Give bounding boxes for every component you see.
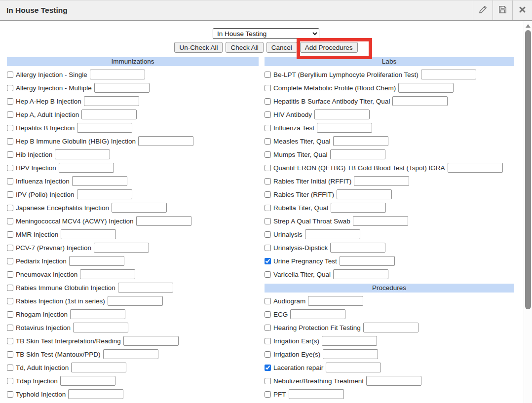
item-checkbox[interactable] xyxy=(7,365,13,371)
item-checkbox[interactable] xyxy=(265,378,271,384)
add-procedures-button[interactable]: Add Procedures xyxy=(300,42,358,53)
item-checkbox[interactable] xyxy=(7,125,13,131)
scrollbar-thumb[interactable] xyxy=(525,30,531,309)
item-checkbox[interactable] xyxy=(7,218,13,224)
item-value-input[interactable] xyxy=(333,269,388,279)
item-value-input[interactable] xyxy=(448,163,503,173)
item-value-input[interactable] xyxy=(70,309,125,319)
item-checkbox[interactable] xyxy=(7,258,13,264)
item-checkbox[interactable] xyxy=(7,165,13,171)
item-value-input[interactable] xyxy=(60,376,115,386)
item-value-input[interactable] xyxy=(392,96,448,106)
item-checkbox[interactable] xyxy=(265,125,271,131)
item-value-input[interactable] xyxy=(73,323,128,332)
item-checkbox[interactable] xyxy=(265,98,271,105)
item-checkbox[interactable] xyxy=(7,325,13,331)
item-value-input[interactable] xyxy=(330,149,385,159)
item-checkbox[interactable] xyxy=(7,191,13,198)
item-value-input[interactable] xyxy=(72,176,127,186)
item-checkbox[interactable] xyxy=(7,298,13,304)
item-checkbox[interactable] xyxy=(7,178,13,184)
item-value-input[interactable] xyxy=(331,203,386,213)
item-value-input[interactable] xyxy=(118,283,173,293)
edit-button[interactable] xyxy=(473,0,493,20)
item-value-input[interactable] xyxy=(340,256,395,266)
item-value-input[interactable] xyxy=(363,323,418,332)
item-checkbox[interactable] xyxy=(265,138,271,145)
item-checkbox[interactable] xyxy=(265,191,271,198)
item-value-input[interactable] xyxy=(59,163,114,173)
item-checkbox[interactable] xyxy=(7,98,13,105)
item-checkbox[interactable] xyxy=(265,231,271,238)
item-checkbox[interactable] xyxy=(7,231,13,238)
item-value-input[interactable] xyxy=(353,216,408,226)
item-checkbox[interactable] xyxy=(7,285,13,291)
item-value-input[interactable] xyxy=(112,203,167,213)
item-checkbox[interactable] xyxy=(7,245,13,251)
vertical-scrollbar[interactable] xyxy=(524,21,532,403)
item-value-input[interactable] xyxy=(68,389,123,399)
item-checkbox[interactable] xyxy=(7,111,13,118)
item-value-input[interactable] xyxy=(55,149,110,159)
item-value-input[interactable] xyxy=(80,269,135,279)
item-checkbox[interactable] xyxy=(265,85,271,91)
item-checkbox[interactable] xyxy=(265,72,271,78)
save-button[interactable] xyxy=(493,0,512,20)
item-checkbox[interactable] xyxy=(7,271,13,278)
item-checkbox[interactable] xyxy=(265,351,271,358)
item-value-input[interactable] xyxy=(138,136,193,146)
item-checkbox[interactable] xyxy=(265,311,271,318)
item-checkbox[interactable] xyxy=(265,165,271,171)
item-checkbox[interactable] xyxy=(265,338,271,344)
item-value-input[interactable] xyxy=(90,70,145,79)
item-checkbox[interactable] xyxy=(7,351,13,358)
item-checkbox[interactable] xyxy=(7,138,13,145)
item-checkbox[interactable] xyxy=(7,151,13,158)
item-value-input[interactable] xyxy=(84,96,139,106)
item-value-input[interactable] xyxy=(308,296,363,306)
item-checkbox[interactable] xyxy=(265,151,271,158)
item-checkbox[interactable] xyxy=(265,325,271,331)
item-checkbox[interactable] xyxy=(265,245,271,251)
item-checkbox[interactable] xyxy=(265,298,271,304)
item-value-input[interactable] xyxy=(71,363,126,372)
item-value-input[interactable] xyxy=(94,83,150,93)
item-value-input[interactable] xyxy=(322,336,377,346)
item-value-input[interactable] xyxy=(81,110,137,119)
item-value-input[interactable] xyxy=(290,309,345,319)
item-checkbox[interactable] xyxy=(265,365,271,371)
item-value-input[interactable] xyxy=(314,110,370,119)
item-value-input[interactable] xyxy=(123,336,179,346)
item-value-input[interactable] xyxy=(330,243,385,253)
check-all-button[interactable]: Check All xyxy=(226,42,263,53)
item-checkbox[interactable] xyxy=(265,111,271,118)
item-checkbox[interactable] xyxy=(265,178,271,184)
item-value-input[interactable] xyxy=(289,389,344,399)
item-value-input[interactable] xyxy=(69,256,124,266)
item-checkbox[interactable] xyxy=(265,271,271,278)
item-checkbox[interactable] xyxy=(7,205,13,211)
item-checkbox[interactable] xyxy=(7,72,13,78)
item-value-input[interactable] xyxy=(94,243,149,253)
item-checkbox[interactable] xyxy=(265,391,271,398)
item-checkbox[interactable] xyxy=(7,378,13,384)
item-value-input[interactable] xyxy=(326,363,381,372)
item-checkbox[interactable] xyxy=(7,311,13,318)
item-value-input[interactable] xyxy=(366,376,421,386)
item-checkbox[interactable] xyxy=(265,205,271,211)
item-value-input[interactable] xyxy=(77,189,132,199)
item-value-input[interactable] xyxy=(421,70,476,79)
item-value-input[interactable] xyxy=(333,136,388,146)
close-button[interactable] xyxy=(512,0,532,20)
item-value-input[interactable] xyxy=(108,296,163,306)
item-value-input[interactable] xyxy=(398,83,454,93)
item-value-input[interactable] xyxy=(317,123,372,133)
uncheck-all-button[interactable]: Un-Check All xyxy=(174,42,223,53)
item-value-input[interactable] xyxy=(103,349,158,359)
cancel-button[interactable]: Cancel xyxy=(266,42,297,53)
item-value-input[interactable] xyxy=(337,189,392,199)
item-value-input[interactable] xyxy=(323,349,378,359)
scroll-up-arrow-icon[interactable] xyxy=(526,24,531,28)
item-value-input[interactable] xyxy=(136,216,191,226)
item-value-input[interactable] xyxy=(354,176,409,186)
